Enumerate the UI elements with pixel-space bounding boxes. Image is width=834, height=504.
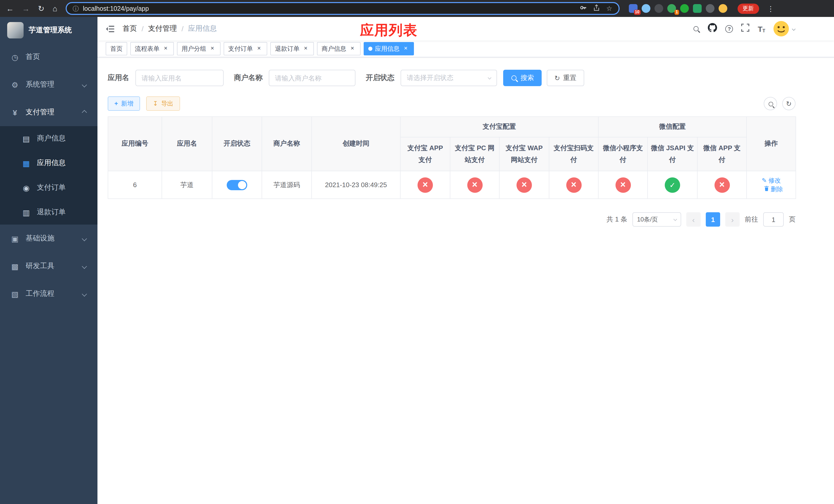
address-bar[interactable]: localhost:1024/pay/app bbox=[65, 2, 619, 15]
prev-page-button[interactable] bbox=[686, 212, 701, 227]
fullscreen-icon[interactable] bbox=[741, 24, 750, 34]
edit-button[interactable]: 修改 bbox=[762, 176, 781, 185]
close-icon[interactable] bbox=[402, 45, 409, 52]
close-icon[interactable] bbox=[209, 45, 216, 52]
url-text[interactable]: localhost:1024/pay/app bbox=[83, 5, 575, 12]
tab-payment-order[interactable]: 支付订单 bbox=[224, 42, 267, 55]
yen-icon bbox=[10, 109, 20, 116]
tab-label: 用户分组 bbox=[181, 44, 206, 53]
password-key-icon[interactable] bbox=[579, 4, 587, 13]
close-icon[interactable] bbox=[256, 45, 263, 52]
tab-refund-order[interactable]: 退款订单 bbox=[270, 42, 314, 55]
sidebar-item-refund-order[interactable]: 退款订单 bbox=[0, 200, 97, 225]
browser-reload-icon[interactable] bbox=[38, 5, 44, 12]
sidebar-item-dev-tools[interactable]: 研发工具 bbox=[0, 252, 97, 280]
browser-back-icon[interactable] bbox=[6, 5, 14, 12]
browser-menu-icon[interactable] bbox=[767, 5, 774, 12]
col-header-wechat-app: 微信 APP 支付 bbox=[697, 137, 747, 171]
order-icon bbox=[22, 184, 31, 191]
chevron-down-icon bbox=[82, 291, 87, 296]
status-toggle[interactable] bbox=[227, 180, 247, 190]
logo-title: 芋道管理系统 bbox=[29, 25, 72, 35]
profile-avatar-icon[interactable] bbox=[718, 4, 727, 13]
search-button[interactable]: 搜索 bbox=[503, 70, 542, 86]
sidebar-item-payment-mgmt[interactable]: 支付管理 bbox=[0, 98, 97, 126]
toggle-search-button[interactable] bbox=[764, 97, 777, 110]
search-button-label: 搜索 bbox=[521, 73, 534, 83]
help-icon[interactable] bbox=[725, 25, 733, 32]
tools-icon bbox=[10, 262, 20, 270]
logo[interactable]: 芋道管理系统 bbox=[0, 17, 97, 43]
gear-icon bbox=[10, 81, 20, 88]
table-header: 应用编号 应用名 开启状态 商户名称 创建时间 支付宝配置 微信配置 操作 支付… bbox=[108, 117, 796, 171]
table-toolbar: 新增 导出 bbox=[108, 96, 795, 111]
chevron-down-icon bbox=[792, 27, 795, 30]
reset-button[interactable]: 重置 bbox=[547, 70, 584, 86]
avatar[interactable] bbox=[773, 21, 795, 37]
browser-forward-icon[interactable] bbox=[22, 5, 30, 12]
tab-app-info[interactable]: 应用信息 bbox=[364, 42, 414, 55]
tab-label: 支付订单 bbox=[228, 44, 253, 53]
breadcrumb-item-home[interactable]: 首页 bbox=[123, 24, 137, 33]
col-header-alipay-qr: 支付宝扫码支付 bbox=[549, 137, 598, 171]
close-icon[interactable] bbox=[302, 45, 309, 52]
sidebar-item-merchant-info[interactable]: 商户信息 bbox=[0, 126, 97, 151]
extension-icon-4[interactable]: 1 bbox=[667, 4, 676, 13]
breadcrumb-separator bbox=[181, 25, 184, 33]
next-page-button[interactable] bbox=[725, 212, 740, 227]
tab-user-group[interactable]: 用户分组 bbox=[177, 42, 221, 55]
extension-icon-7[interactable] bbox=[705, 4, 714, 13]
sidebar-item-app-info[interactable]: 应用信息 bbox=[0, 151, 97, 175]
merchant-name-input[interactable] bbox=[269, 70, 355, 86]
tab-merchant-info[interactable]: 商户信息 bbox=[317, 42, 360, 55]
search-icon[interactable] bbox=[693, 25, 700, 32]
bookmark-star-icon[interactable] bbox=[606, 5, 612, 12]
sidebar-item-payment-order[interactable]: 支付订单 bbox=[0, 175, 97, 200]
add-button[interactable]: 新增 bbox=[108, 96, 140, 111]
omnibox-actions bbox=[579, 4, 612, 13]
delete-button[interactable]: 删除 bbox=[764, 185, 783, 193]
sidebar-toggle-icon[interactable] bbox=[106, 25, 114, 32]
close-icon[interactable] bbox=[162, 45, 169, 52]
edit-button-label: 修改 bbox=[768, 176, 781, 185]
page-size-select[interactable]: 10条/页 bbox=[632, 212, 681, 227]
extension-icon-5[interactable] bbox=[680, 4, 688, 13]
search-form: 应用名 商户名称 开启状态 请选择开启状态 搜索 重置 bbox=[108, 70, 795, 86]
extension-icon-2[interactable] bbox=[641, 4, 650, 13]
browser-home-icon[interactable] bbox=[52, 5, 57, 12]
status-select[interactable]: 请选择开启状态 bbox=[401, 70, 497, 86]
chevron-down-icon bbox=[82, 264, 87, 269]
tab-home[interactable]: 首页 bbox=[106, 42, 127, 55]
select-placeholder: 请选择开启状态 bbox=[407, 73, 454, 83]
close-icon[interactable] bbox=[349, 45, 356, 52]
app-name-input[interactable] bbox=[135, 70, 224, 86]
plus-icon bbox=[114, 100, 118, 107]
extension-icon-1[interactable]: 10 bbox=[629, 4, 637, 13]
extension-icon-6[interactable] bbox=[693, 4, 701, 13]
status-label: 开启状态 bbox=[366, 73, 394, 83]
sidebar-item-label: 商户信息 bbox=[37, 134, 66, 143]
sidebar-item-label: 系统管理 bbox=[26, 80, 54, 89]
col-header-status: 开启状态 bbox=[212, 117, 262, 171]
sidebar-item-workflow[interactable]: 工作流程 bbox=[0, 280, 97, 307]
goto-page-input[interactable] bbox=[763, 212, 784, 227]
cell-actions: 修改 删除 bbox=[747, 171, 796, 199]
site-info-icon[interactable] bbox=[72, 5, 79, 12]
chrome-update-button[interactable]: 更新 bbox=[737, 3, 759, 14]
font-size-icon[interactable] bbox=[758, 24, 765, 33]
sidebar-item-system-mgmt[interactable]: 系统管理 bbox=[0, 71, 97, 98]
col-header-alipay-wap: 支付宝 WAP 网站支付 bbox=[499, 137, 549, 171]
goto-label: 前往 bbox=[745, 215, 758, 224]
page-number-button[interactable]: 1 bbox=[706, 212, 720, 227]
share-icon[interactable] bbox=[593, 4, 600, 13]
sidebar-item-infrastructure[interactable]: 基础设施 bbox=[0, 225, 97, 252]
extension-icon-3[interactable] bbox=[654, 4, 663, 13]
col-header-alipay-app: 支付宝 APP 支付 bbox=[400, 137, 450, 171]
tab-process-form[interactable]: 流程表单 bbox=[130, 42, 174, 55]
sidebar-item-home[interactable]: 首页 bbox=[0, 43, 97, 71]
refresh-table-button[interactable] bbox=[782, 97, 795, 110]
export-button[interactable]: 导出 bbox=[146, 96, 180, 111]
breadcrumb-item-payment-mgmt[interactable]: 支付管理 bbox=[148, 24, 177, 33]
edit-icon bbox=[762, 177, 767, 184]
github-icon[interactable] bbox=[708, 23, 717, 35]
